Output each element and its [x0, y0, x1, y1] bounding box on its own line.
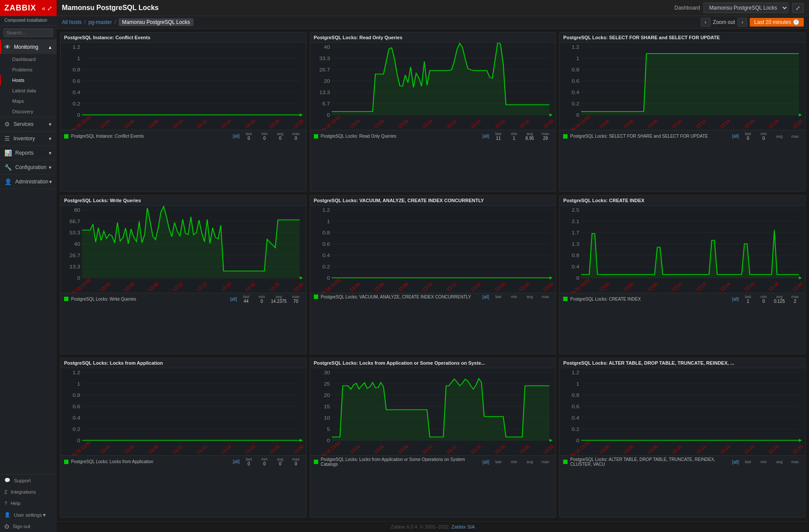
- stat-max: max 70: [289, 295, 303, 304]
- administration-arrow: ▼: [48, 180, 53, 184]
- chart-area-select-for-share[interactable]: 00.20.40.60.811.2 06-16 13:0213:0413:061…: [560, 43, 805, 130]
- chart-all-locks-from-app[interactable]: [all]: [233, 459, 240, 464]
- nav-item-administration[interactable]: 👤 Administration ▼: [0, 175, 57, 189]
- prev-button[interactable]: ‹: [701, 18, 710, 27]
- next-button[interactable]: ›: [738, 18, 747, 27]
- svg-text:0.8: 0.8: [572, 393, 580, 398]
- stat-avg: avg 14.2375: [271, 295, 287, 304]
- chart-area-locks-from-app[interactable]: 00.20.40.60.811.2 06-16 13:0213:0413:061…: [61, 368, 306, 455]
- chart-all-create-index[interactable]: [all]: [732, 297, 739, 302]
- zoom-out-label: Zoom out: [713, 19, 735, 25]
- configuration-section: 🔧 Configuration ▼: [0, 160, 57, 175]
- breadcrumb-pg-master[interactable]: pg-master: [88, 19, 112, 25]
- stat-min: min 0: [255, 295, 269, 304]
- sidebar-item-hosts[interactable]: Hosts: [0, 75, 57, 85]
- stat-last: last: [741, 460, 755, 464]
- services-icon: ⚙: [4, 121, 10, 128]
- sidebar-bottom: 💬 Support Z Integrations ? Help 👤 User s…: [0, 474, 57, 532]
- svg-text:20: 20: [324, 393, 330, 398]
- sidebar-item-latest-data[interactable]: Latest data: [0, 85, 57, 96]
- sidebar-item-discovery[interactable]: Discovery: [0, 106, 57, 117]
- user-settings-icon: 👤: [4, 512, 10, 518]
- svg-text:0.6: 0.6: [572, 79, 580, 84]
- nav-item-inventory[interactable]: ☰ Inventory ▼: [0, 132, 57, 146]
- svg-text:0: 0: [327, 113, 330, 118]
- main-content: Mamonsu PostgreSQL Locks Dashboard Mamon…: [57, 0, 809, 532]
- sidebar-item-dashboard[interactable]: Dashboard: [0, 54, 57, 64]
- chart-footer-locks-from-app-sys: PostgreSQL Locks: Locks from Application…: [310, 455, 556, 468]
- chart-area-read-only-queries[interactable]: 06.713.32026.733.340 06-16 13:0213:0413:…: [310, 43, 556, 130]
- svg-rect-160: [61, 368, 306, 455]
- chart-all-conflict-events[interactable]: [all]: [233, 134, 240, 139]
- footer-link[interactable]: Zabbix SIA: [452, 524, 475, 529]
- chart-area-create-index[interactable]: 00.40.81.31.72.12.5 06-16 13:0213:0413:0…: [560, 206, 805, 293]
- svg-text:1.2: 1.2: [72, 370, 80, 375]
- svg-text:20: 20: [324, 79, 330, 84]
- chart-all-vacuum-analyze[interactable]: [all]: [483, 295, 489, 299]
- inventory-section: ☰ Inventory ▼: [0, 132, 57, 146]
- legend-dot-alter-table: [563, 460, 568, 464]
- collapse-button[interactable]: «: [42, 5, 45, 12]
- logo-text: ZABBIX: [4, 3, 36, 13]
- svg-text:0: 0: [77, 276, 80, 281]
- svg-text:0.2: 0.2: [72, 427, 80, 432]
- chart-panel-select-for-share: PostgreSQL Locks: SELECT FOR SHARE and S…: [559, 32, 806, 192]
- user-settings-item[interactable]: 👤 User settings ▼: [0, 509, 57, 521]
- svg-text:0.6: 0.6: [322, 242, 330, 247]
- chart-all-read-only-queries[interactable]: [all]: [483, 134, 489, 139]
- nav-item-reports[interactable]: 📊 Reports ▼: [0, 146, 57, 160]
- breadcrumb-all-hosts[interactable]: All hosts: [62, 19, 82, 25]
- sign-out-item[interactable]: ⏻ Sign out: [0, 521, 57, 532]
- services-arrow: ▼: [48, 122, 52, 127]
- chart-area-vacuum-analyze[interactable]: 00.20.40.60.811.2 06-16 13:0213:0413:061…: [310, 206, 556, 293]
- svg-text:10: 10: [324, 416, 330, 421]
- nav-item-configuration[interactable]: 🔧 Configuration ▼: [0, 160, 57, 174]
- nav-item-monitoring[interactable]: 👁 Monitoring ▲: [0, 40, 57, 54]
- svg-text:0.4: 0.4: [72, 416, 80, 421]
- integrations-item[interactable]: Z Integrations: [0, 486, 57, 498]
- chart-all-select-for-share[interactable]: [all]: [732, 134, 739, 139]
- svg-text:30: 30: [324, 370, 330, 375]
- legend-name-read-only-queries: PostgreSQL Locks: Read Only Queries: [321, 134, 480, 139]
- chart-area-write-queries[interactable]: 013.326.74053.366.780 06-16 13:0213:0413…: [61, 206, 306, 293]
- legend-dot-conflict-events: [64, 134, 68, 139]
- svg-text:0.4: 0.4: [572, 264, 580, 269]
- sidebar-item-problems[interactable]: Problems: [0, 64, 57, 75]
- chart-all-write-queries[interactable]: [all]: [230, 297, 237, 302]
- chart-area-conflict-events[interactable]: 00.20.40.60.811.2 06-16 13:0213:0413:061…: [61, 43, 306, 130]
- svg-text:0.6: 0.6: [72, 79, 80, 84]
- stat-max: max: [789, 460, 802, 464]
- fullscreen-button[interactable]: ⤢: [792, 3, 804, 13]
- svg-text:0: 0: [77, 439, 80, 444]
- chart-panel-alter-table: PostgreSQL Locks: ALTER TABLE, DROP TABL…: [559, 358, 806, 518]
- svg-text:5: 5: [327, 427, 330, 432]
- svg-text:1.2: 1.2: [572, 370, 580, 375]
- stat-min: min 0: [757, 295, 770, 304]
- stat-max: max 29: [539, 132, 552, 141]
- administration-section: 👤 Administration ▼: [0, 175, 57, 189]
- expand-button[interactable]: ⤢: [47, 5, 52, 12]
- chart-title-select-for-share: PostgreSQL Locks: SELECT FOR SHARE and S…: [560, 33, 805, 43]
- chart-area-locks-from-app-sys[interactable]: 051015202530 06-16 13:0213:0413:0613:081…: [310, 368, 556, 455]
- stat-avg: avg: [523, 460, 536, 464]
- inventory-arrow: ▼: [48, 136, 52, 141]
- search-input[interactable]: [3, 28, 53, 37]
- reports-icon: 📊: [4, 149, 12, 156]
- time-range-button[interactable]: Last 20 minutes 🕐: [750, 18, 804, 27]
- chart-all-alter-table[interactable]: [all]: [732, 460, 739, 464]
- chart-area-alter-table[interactable]: 00.20.40.60.811.2 06-16 13:0213:0413:061…: [560, 368, 805, 455]
- svg-text:0.6: 0.6: [72, 404, 80, 409]
- clock-icon: 🕐: [793, 19, 799, 25]
- sidebar-item-maps[interactable]: Maps: [0, 96, 57, 106]
- chart-panel-write-queries: PostgreSQL Locks: Write Queries 013.326.…: [60, 195, 306, 355]
- svg-text:0: 0: [327, 439, 330, 444]
- dashboard-select[interactable]: Mamonsu PostgreSQL Locks: [704, 3, 789, 13]
- legend-dot-read-only-queries: [314, 134, 318, 139]
- legend-dot-select-for-share: [563, 134, 568, 139]
- help-item[interactable]: ? Help: [0, 498, 57, 509]
- nav-item-services[interactable]: ⚙ Services ▼: [0, 117, 57, 131]
- stat-last: last: [492, 295, 505, 299]
- support-item[interactable]: 💬 Support: [0, 474, 57, 486]
- chart-all-locks-from-app-sys[interactable]: [all]: [483, 460, 489, 464]
- chart-panel-create-index: PostgreSQL Locks: CREATE INDEX 00.40.81.…: [559, 195, 806, 355]
